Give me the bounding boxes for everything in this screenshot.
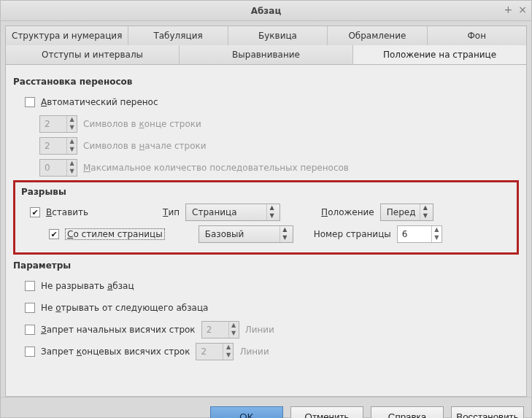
label-orphan-control: Запрет начальных висячих строк <box>41 325 196 335</box>
tab-row-top: Структура и нумерация Табуляция Буквица … <box>5 26 527 45</box>
titlebar-title: Абзац <box>251 6 282 16</box>
spin-max-hyphens: ▲▼ <box>39 159 77 177</box>
close-icon[interactable]: × <box>518 4 527 15</box>
spin-widow-lines: ▲▼ <box>196 343 234 360</box>
checkbox-keep-with-next[interactable] <box>25 303 35 313</box>
chevron-up-icon: ▲ <box>67 138 77 146</box>
label-page-number: Номер страницы <box>314 229 391 239</box>
tab-alignment[interactable]: Выравнивание <box>180 45 353 64</box>
chevron-up-icon: ▲ <box>67 116 77 124</box>
label-max-hyphens: Максимальное количество последовательных… <box>83 163 349 173</box>
tab-dropcaps[interactable]: Буквица <box>228 26 328 45</box>
label-widow-control: Запрет концевых висячих строк <box>41 347 190 357</box>
spin-page-number[interactable]: ▲▼ <box>397 225 442 243</box>
tab-indents-spacing[interactable]: Отступы и интервалы <box>6 45 180 64</box>
section-breaks: Разрывы <box>21 187 512 197</box>
label-auto-hyphen: Автоматический перенос <box>41 97 158 107</box>
checkbox-with-page-style[interactable] <box>49 229 59 239</box>
label-keep-with-next: Не отрывать от следующего абзаца <box>41 303 208 313</box>
chevron-up-icon: ▲ <box>420 204 430 212</box>
chevron-down-icon[interactable]: ▼ <box>432 234 442 242</box>
breaks-highlight: Разрывы Вставить Тип Страница ▲▼ Положен… <box>13 180 519 255</box>
combo-break-position[interactable]: Перед ▲▼ <box>380 204 434 221</box>
combo-page-style[interactable]: Базовый ▲▼ <box>198 225 293 243</box>
checkbox-auto-hyphen[interactable] <box>25 97 35 107</box>
chevron-up-icon: ▲ <box>223 344 233 352</box>
checkbox-widow-control[interactable] <box>25 347 35 357</box>
combo-break-type[interactable]: Страница ▲▼ <box>185 204 280 221</box>
chevron-down-icon: ▼ <box>229 330 239 338</box>
label-break-type: Тип <box>163 207 180 217</box>
chevron-up-icon: ▲ <box>229 322 239 330</box>
tab-borders[interactable]: Обрамление <box>328 26 427 45</box>
spin-chars-start: ▲▼ <box>39 137 77 155</box>
label-with-page-style: Со стилем страницы <box>65 228 165 240</box>
window-controls: + × <box>504 4 527 15</box>
chevron-down-icon: ▼ <box>67 168 77 176</box>
chevron-up-icon: ▲ <box>267 204 277 212</box>
chevron-up-icon: ▲ <box>280 226 290 234</box>
minimize-icon[interactable]: + <box>504 4 513 15</box>
tab-background[interactable]: Фон <box>428 26 526 45</box>
checkbox-no-split[interactable] <box>25 281 35 291</box>
chevron-down-icon: ▼ <box>67 146 77 154</box>
help-button[interactable]: Справка <box>371 406 444 418</box>
label-widow-lines: Линии <box>239 347 269 357</box>
chevron-up-icon: ▲ <box>67 160 77 168</box>
label-chars-end: Символов в конце строки <box>83 119 201 129</box>
label-chars-start: Символов в начале строки <box>83 141 207 151</box>
spin-orphan-lines: ▲▼ <box>201 321 239 338</box>
checkbox-orphan-control[interactable] <box>25 325 35 335</box>
tab-panel: Расстановка переносов Автоматический пер… <box>5 64 527 397</box>
titlebar[interactable]: Абзац + × <box>1 1 531 21</box>
reset-button[interactable]: Восстановить <box>451 406 524 418</box>
section-hyphenation: Расстановка переносов <box>13 77 520 87</box>
tab-tabstops[interactable]: Табуляция <box>128 26 228 45</box>
ok-button[interactable]: OK <box>210 406 283 418</box>
chevron-down-icon: ▼ <box>280 234 290 242</box>
chevron-down-icon: ▼ <box>420 212 430 220</box>
label-insert-break: Вставить <box>46 207 88 217</box>
chevron-down-icon: ▼ <box>67 124 77 132</box>
button-bar: OK Отменить Справка Восстановить <box>1 397 531 418</box>
dialog-window: Абзац + × Структура и нумерация Табуляци… <box>0 0 532 418</box>
label-no-split: Не разрывать абзац <box>41 281 134 291</box>
tab-text-flow[interactable]: Положение на странице <box>353 45 526 64</box>
section-options: Параметры <box>13 260 520 271</box>
tab-row-bottom: Отступы и интервалы Выравнивание Положен… <box>5 44 527 64</box>
tab-structure-numbering[interactable]: Структура и нумерация <box>6 26 128 45</box>
checkbox-insert-break[interactable] <box>30 207 40 217</box>
label-break-position: Положение <box>321 207 374 217</box>
chevron-down-icon: ▼ <box>267 212 277 220</box>
chevron-down-icon: ▼ <box>223 352 233 360</box>
label-orphan-lines: Линии <box>245 325 274 335</box>
cancel-button[interactable]: Отменить <box>290 406 363 418</box>
spin-chars-end: ▲▼ <box>39 115 77 133</box>
chevron-up-icon[interactable]: ▲ <box>432 226 442 234</box>
